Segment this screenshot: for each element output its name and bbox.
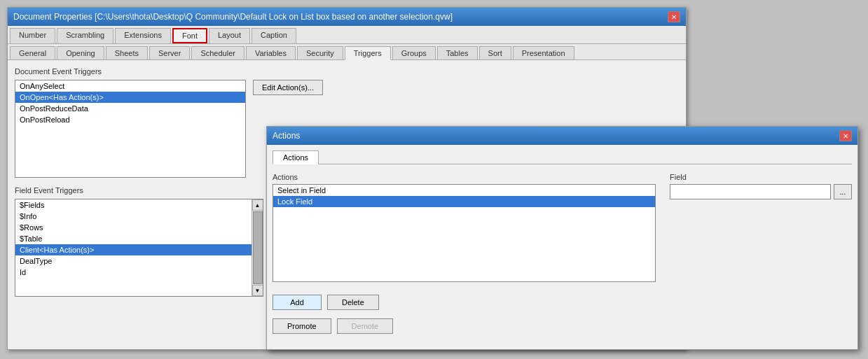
actions-title-bar: Actions ✕	[267, 127, 857, 145]
tab-presentation[interactable]: Presentation	[513, 46, 574, 59]
field-trigger-item-4[interactable]: Client<Has Action(s)>	[15, 244, 252, 255]
tab-triggers[interactable]: Triggers	[345, 46, 391, 60]
browse-button[interactable]: ...	[834, 184, 852, 199]
actions-body: Actions Select in Field Lock Field Field…	[273, 169, 852, 286]
tab-server[interactable]: Server	[149, 46, 190, 59]
actions-dialog-controls: ✕	[839, 130, 852, 141]
doc-event-triggers-label: Document Event Triggers	[15, 67, 679, 76]
tab-font[interactable]: Font	[172, 28, 207, 43]
title-bar: Document Properties [C:\Users\thota\Desk…	[8, 8, 686, 26]
field-triggers-listbox[interactable]: $Fields $Info $Rows $Table Client<Has Ac…	[15, 199, 263, 297]
actions-section-header: Actions	[273, 173, 656, 181]
tab-security[interactable]: Security	[297, 46, 343, 59]
actions-tab-actions[interactable]: Actions	[273, 150, 319, 164]
field-trigger-item-3[interactable]: $Table	[15, 233, 252, 244]
tab-general[interactable]: General	[10, 46, 55, 59]
tab-container-row2: General Opening Sheets Server Scheduler …	[8, 44, 686, 60]
tab-row-2: General Opening Sheets Server Scheduler …	[8, 44, 686, 59]
promote-button[interactable]: Promote	[273, 318, 331, 334]
tab-scrambling[interactable]: Scrambling	[57, 28, 113, 43]
field-section-header: Field	[670, 173, 852, 181]
scrollbar-down-arrow[interactable]: ▼	[252, 285, 263, 296]
tab-number[interactable]: Number	[10, 28, 55, 43]
field-trigger-item-0[interactable]: $Fields	[15, 199, 252, 211]
actions-listbox[interactable]: Select in Field Lock Field	[273, 184, 656, 282]
doc-triggers-listbox[interactable]: OnAnySelect OnOpen<Has Action(s)> OnPost…	[15, 80, 246, 178]
field-trigger-item-5[interactable]: DealType	[15, 255, 252, 267]
tab-sort[interactable]: Sort	[479, 46, 511, 59]
close-button[interactable]: ✕	[668, 11, 680, 22]
doc-trigger-item-3[interactable]: OnPostReload	[15, 114, 245, 125]
actions-footer-2: Promote Demote	[273, 318, 852, 334]
tab-sheets[interactable]: Sheets	[106, 46, 148, 59]
actions-tabs: Actions	[273, 150, 852, 164]
tab-variables[interactable]: Variables	[246, 46, 296, 59]
tab-layout[interactable]: Layout	[209, 28, 250, 43]
action-item-1[interactable]: Lock Field	[273, 196, 655, 207]
tab-row-1: Number Scrambling Extensions Font Layout…	[8, 26, 686, 43]
doc-trigger-item-0[interactable]: OnAnySelect	[15, 80, 245, 92]
tab-tables[interactable]: Tables	[437, 46, 478, 59]
delete-button[interactable]: Delete	[327, 295, 379, 310]
field-input-row: ...	[670, 184, 852, 199]
actions-dialog-title: Actions	[273, 131, 300, 141]
actions-close-button[interactable]: ✕	[839, 130, 852, 141]
tab-container-row1: Number Scrambling Extensions Font Layout…	[8, 26, 686, 44]
actions-footer: Add Delete	[273, 295, 852, 310]
doc-trigger-item-2[interactable]: OnPostReduceData	[15, 103, 245, 114]
field-trigger-item-2[interactable]: $Rows	[15, 222, 252, 233]
field-trigger-item-1[interactable]: $Info	[15, 211, 252, 222]
scrollbar-up-arrow[interactable]: ▲	[252, 199, 263, 211]
title-bar-buttons: ✕	[668, 11, 680, 22]
actions-list-section: Actions Select in Field Lock Field	[273, 173, 656, 282]
tab-groups[interactable]: Groups	[392, 46, 436, 59]
action-item-0[interactable]: Select in Field	[273, 185, 655, 196]
window-title: Document Properties [C:\Users\thota\Desk…	[13, 12, 453, 22]
field-input[interactable]	[670, 184, 831, 199]
actions-content: Actions Actions Select in Field Lock Fie…	[267, 145, 857, 339]
tab-caption[interactable]: Caption	[252, 28, 296, 43]
add-button[interactable]: Add	[273, 295, 322, 310]
field-section: Field ...	[670, 173, 852, 282]
scrollbar-thumb[interactable]	[253, 211, 263, 284]
field-trigger-item-6[interactable]: Id	[15, 267, 252, 278]
actions-dialog: Actions ✕ Actions Actions Select in Fiel…	[266, 126, 858, 350]
tab-extensions[interactable]: Extensions	[115, 28, 171, 43]
edit-actions-button[interactable]: Edit Action(s)...	[253, 80, 323, 95]
demote-button[interactable]: Demote	[337, 318, 394, 334]
tab-opening[interactable]: Opening	[57, 46, 104, 59]
doc-trigger-item-1[interactable]: OnOpen<Has Action(s)>	[15, 92, 245, 103]
tab-scheduler[interactable]: Scheduler	[191, 46, 244, 59]
